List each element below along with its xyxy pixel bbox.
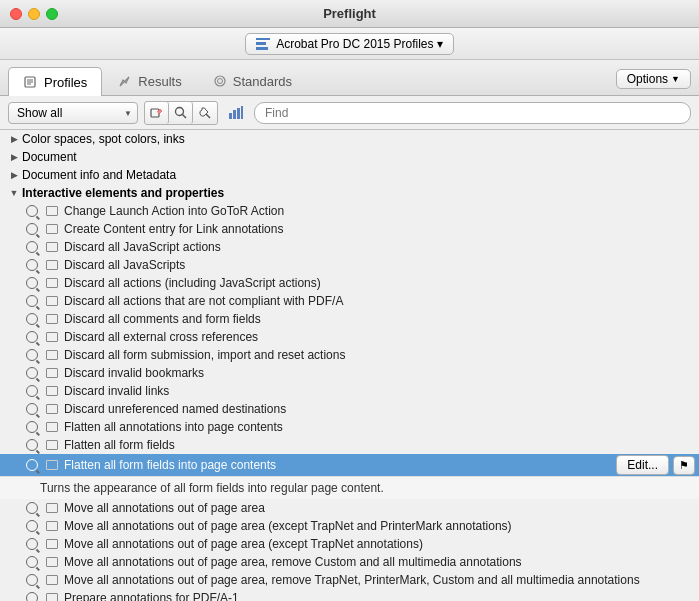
search-small-icon	[24, 347, 40, 363]
fix-small-icon	[44, 203, 60, 219]
flatten-fields-contents-row[interactable]: Flatten all form fields into page conten…	[0, 454, 699, 476]
search-small-icon	[24, 536, 40, 552]
content-area: Color spaces, spot colors, inks Document…	[0, 130, 699, 601]
category-interactive[interactable]: Interactive elements and properties	[0, 184, 699, 202]
fix-small-icon	[44, 239, 60, 255]
search-small-icon	[24, 572, 40, 588]
filter-select[interactable]: Show all	[8, 102, 138, 124]
maximize-button[interactable]	[46, 8, 58, 20]
profile-name: Acrobat Pro DC 2015 Profiles ▾	[276, 37, 443, 51]
bar-chart-filter-icon	[224, 102, 248, 124]
item-label: Move all annotations out of page area (e…	[64, 537, 423, 551]
fix-small-icon	[44, 536, 60, 552]
svg-point-8	[175, 107, 183, 115]
category-document-info[interactable]: Document info and Metadata	[0, 166, 699, 184]
item-label: Move all annotations out of page area, r…	[64, 555, 522, 569]
item-label: Discard all JavaScript actions	[64, 240, 221, 254]
svg-marker-4	[120, 77, 129, 86]
item-description: Turns the appearance of all form fields …	[0, 476, 699, 499]
search-small-icon	[24, 590, 40, 601]
list-item[interactable]: Discard all external cross references	[0, 328, 699, 346]
item-label: Discard all actions (including JavaScrip…	[64, 276, 321, 290]
fix-icon-btn[interactable]	[145, 102, 169, 124]
item-label: Discard all external cross references	[64, 330, 258, 344]
tab-profiles[interactable]: Profiles	[8, 67, 102, 96]
list-item[interactable]: Flatten all annotations into page conten…	[0, 418, 699, 436]
fix-small-icon	[44, 365, 60, 381]
fix-small-icon	[44, 554, 60, 570]
svg-rect-7	[151, 109, 159, 117]
category-document[interactable]: Document	[0, 148, 699, 166]
triangle-icon	[8, 133, 20, 145]
search-icon-btn[interactable]	[169, 102, 193, 124]
category-document-label: Document	[22, 150, 77, 164]
fix-small-icon	[44, 500, 60, 516]
profile-bar: Acrobat Pro DC 2015 Profiles ▾	[0, 28, 699, 60]
tab-standards[interactable]: Standards	[197, 66, 307, 95]
fix-small-icon	[44, 383, 60, 399]
flag-button[interactable]: ⚑	[673, 456, 695, 475]
list-item[interactable]: Discard all comments and form fields	[0, 310, 699, 328]
item-label: Flatten all form fields	[64, 438, 175, 452]
triangle-icon	[8, 151, 20, 163]
window-title: Preflight	[323, 6, 376, 21]
fix-small-icon	[44, 401, 60, 417]
list-item[interactable]: Flatten all form fields	[0, 436, 699, 454]
item-label: Discard all comments and form fields	[64, 312, 261, 326]
minimize-button[interactable]	[28, 8, 40, 20]
list-item[interactable]: Move all annotations out of page area, r…	[0, 553, 699, 571]
options-button[interactable]: Options ▼	[616, 69, 691, 89]
item-label: Discard all JavaScripts	[64, 258, 185, 272]
item-label: Move all annotations out of page area (e…	[64, 519, 512, 533]
tab-results[interactable]: Results	[102, 66, 196, 95]
fix-small-icon	[44, 275, 60, 291]
wrench-icon-btn[interactable]	[193, 102, 217, 124]
search-small-icon	[24, 365, 40, 381]
close-button[interactable]	[10, 8, 22, 20]
list-item[interactable]: Discard all actions that are not complia…	[0, 292, 699, 310]
list-item[interactable]: Move all annotations out of page area (e…	[0, 535, 699, 553]
search-input[interactable]	[254, 102, 691, 124]
list-item[interactable]: Prepare annotations for PDF/A-1	[0, 589, 699, 601]
list-item[interactable]: Discard all JavaScript actions	[0, 238, 699, 256]
list-item[interactable]: Discard unreferenced named destinations	[0, 400, 699, 418]
list-item[interactable]: Discard invalid bookmarks	[0, 364, 699, 382]
list-item[interactable]: Move all annotations out of page area, r…	[0, 571, 699, 589]
search-small-icon	[24, 554, 40, 570]
item-label: Flatten all annotations into page conten…	[64, 420, 283, 434]
item-label: Create Content entry for Link annotation…	[64, 222, 283, 236]
list-item[interactable]: Move all annotations out of page area	[0, 499, 699, 517]
options-label: Options	[627, 72, 668, 86]
fix-small-icon	[44, 311, 60, 327]
edit-button[interactable]: Edit...	[616, 455, 669, 475]
filter-select-wrap: Show all	[8, 102, 138, 124]
category-interactive-label: Interactive elements and properties	[22, 186, 224, 200]
list-item[interactable]: Discard all actions (including JavaScrip…	[0, 274, 699, 292]
search-small-icon	[24, 383, 40, 399]
list-item[interactable]: Move all annotations out of page area (e…	[0, 517, 699, 535]
window: Preflight Acrobat Pro DC 2015 Profiles ▾	[0, 0, 699, 601]
profile-dropdown[interactable]: Acrobat Pro DC 2015 Profiles ▾	[245, 33, 454, 55]
search-small-icon	[24, 457, 40, 473]
filter-bar: Show all	[0, 96, 699, 130]
search-small-icon	[24, 203, 40, 219]
search-small-icon	[24, 401, 40, 417]
list-item[interactable]: Discard all form submission, import and …	[0, 346, 699, 364]
svg-rect-13	[237, 108, 240, 119]
list-item[interactable]: Discard all JavaScripts	[0, 256, 699, 274]
fix-small-icon	[44, 329, 60, 345]
tab-profiles-label: Profiles	[44, 75, 87, 90]
category-color-spaces[interactable]: Color spaces, spot colors, inks	[0, 130, 699, 148]
fix-small-icon	[44, 347, 60, 363]
svg-line-9	[182, 114, 186, 118]
action-buttons	[144, 101, 218, 125]
list-item[interactable]: Create Content entry for Link annotation…	[0, 220, 699, 238]
title-bar: Preflight	[0, 0, 699, 28]
fix-small-icon	[44, 590, 60, 601]
svg-rect-14	[241, 106, 243, 119]
fix-small-icon	[44, 293, 60, 309]
tab-standards-label: Standards	[233, 74, 292, 89]
list-item[interactable]: Discard invalid links	[0, 382, 699, 400]
list-item[interactable]: Change Launch Action into GoToR Action	[0, 202, 699, 220]
category-color-spaces-label: Color spaces, spot colors, inks	[22, 132, 185, 146]
